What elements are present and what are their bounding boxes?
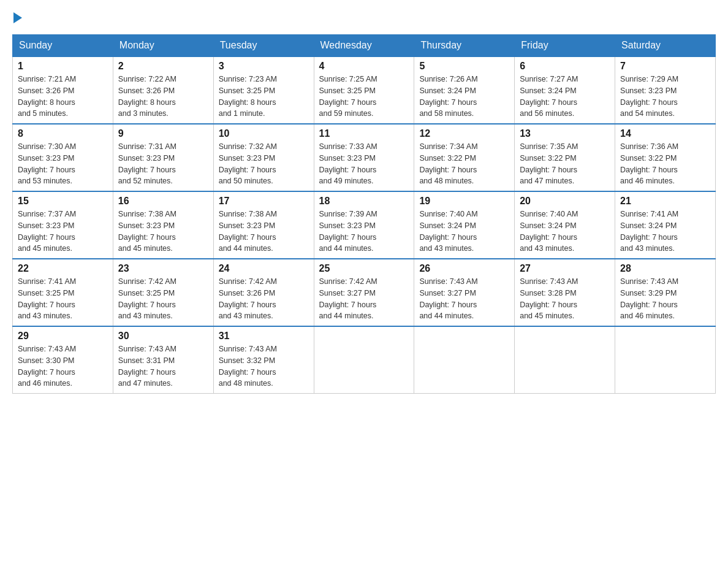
day-number: 16	[118, 196, 208, 207]
day-info: Sunrise: 7:38 AMSunset: 3:23 PMDaylight:…	[118, 209, 208, 255]
day-number: 19	[419, 196, 509, 207]
day-info: Sunrise: 7:30 AMSunset: 3:23 PMDaylight:…	[18, 141, 108, 187]
calendar-cell: 16 Sunrise: 7:38 AMSunset: 3:23 PMDaylig…	[113, 191, 213, 259]
day-number: 6	[520, 61, 610, 72]
calendar-cell: 2 Sunrise: 7:22 AMSunset: 3:26 PMDayligh…	[113, 56, 213, 124]
day-number: 18	[319, 196, 409, 207]
day-number: 21	[620, 196, 710, 207]
calendar-cell: 20 Sunrise: 7:40 AMSunset: 3:24 PMDaylig…	[515, 191, 615, 259]
calendar-cell: 19 Sunrise: 7:40 AMSunset: 3:24 PMDaylig…	[414, 191, 515, 259]
calendar-cell	[314, 326, 414, 394]
day-info: Sunrise: 7:40 AMSunset: 3:24 PMDaylight:…	[520, 209, 610, 255]
day-number: 13	[520, 128, 610, 139]
day-info: Sunrise: 7:32 AMSunset: 3:23 PMDaylight:…	[219, 141, 309, 187]
day-number: 31	[219, 331, 309, 342]
calendar-cell	[414, 326, 515, 394]
calendar-cell: 9 Sunrise: 7:31 AMSunset: 3:23 PMDayligh…	[113, 124, 213, 191]
calendar-cell: 6 Sunrise: 7:27 AMSunset: 3:24 PMDayligh…	[515, 56, 615, 124]
day-number: 27	[520, 263, 610, 274]
day-number: 24	[219, 263, 309, 274]
day-info: Sunrise: 7:39 AMSunset: 3:23 PMDaylight:…	[319, 209, 409, 255]
header-monday: Monday	[113, 35, 213, 57]
day-info: Sunrise: 7:42 AMSunset: 3:27 PMDaylight:…	[319, 276, 409, 322]
day-number: 11	[319, 128, 409, 139]
day-number: 23	[118, 263, 208, 274]
calendar-cell: 28 Sunrise: 7:43 AMSunset: 3:29 PMDaylig…	[615, 259, 716, 326]
day-number: 15	[18, 196, 108, 207]
day-info: Sunrise: 7:43 AMSunset: 3:29 PMDaylight:…	[620, 276, 710, 322]
day-number: 14	[620, 128, 710, 139]
day-info: Sunrise: 7:26 AMSunset: 3:24 PMDaylight:…	[419, 74, 509, 120]
day-number: 7	[620, 61, 710, 72]
logo-arrow-icon	[13, 12, 22, 23]
calendar-cell	[615, 326, 716, 394]
calendar-cell: 8 Sunrise: 7:30 AMSunset: 3:23 PMDayligh…	[13, 124, 113, 191]
calendar-week-row: 1 Sunrise: 7:21 AMSunset: 3:26 PMDayligh…	[13, 56, 716, 124]
calendar-cell: 1 Sunrise: 7:21 AMSunset: 3:26 PMDayligh…	[13, 56, 113, 124]
calendar-week-row: 29 Sunrise: 7:43 AMSunset: 3:30 PMDaylig…	[13, 326, 716, 394]
calendar-cell: 23 Sunrise: 7:42 AMSunset: 3:25 PMDaylig…	[113, 259, 213, 326]
day-info: Sunrise: 7:36 AMSunset: 3:22 PMDaylight:…	[620, 141, 710, 187]
day-number: 28	[620, 263, 710, 274]
day-number: 1	[18, 61, 108, 72]
calendar-cell: 27 Sunrise: 7:43 AMSunset: 3:28 PMDaylig…	[515, 259, 615, 326]
calendar-cell: 22 Sunrise: 7:41 AMSunset: 3:25 PMDaylig…	[13, 259, 113, 326]
calendar-cell: 18 Sunrise: 7:39 AMSunset: 3:23 PMDaylig…	[314, 191, 414, 259]
calendar-cell: 3 Sunrise: 7:23 AMSunset: 3:25 PMDayligh…	[213, 56, 314, 124]
calendar-week-row: 8 Sunrise: 7:30 AMSunset: 3:23 PMDayligh…	[13, 124, 716, 191]
day-number: 30	[118, 331, 208, 342]
calendar-cell: 4 Sunrise: 7:25 AMSunset: 3:25 PMDayligh…	[314, 56, 414, 124]
calendar-cell: 5 Sunrise: 7:26 AMSunset: 3:24 PMDayligh…	[414, 56, 515, 124]
day-info: Sunrise: 7:42 AMSunset: 3:26 PMDaylight:…	[219, 276, 309, 322]
day-info: Sunrise: 7:35 AMSunset: 3:22 PMDaylight:…	[520, 141, 610, 187]
calendar-cell: 14 Sunrise: 7:36 AMSunset: 3:22 PMDaylig…	[615, 124, 716, 191]
day-info: Sunrise: 7:23 AMSunset: 3:25 PMDaylight:…	[219, 74, 309, 120]
calendar-cell: 15 Sunrise: 7:37 AMSunset: 3:23 PMDaylig…	[13, 191, 113, 259]
header-friday: Friday	[515, 35, 615, 57]
day-number: 8	[18, 128, 108, 139]
calendar-cell: 26 Sunrise: 7:43 AMSunset: 3:27 PMDaylig…	[414, 259, 515, 326]
calendar-table: Sunday Monday Tuesday Wednesday Thursday…	[12, 34, 716, 394]
day-number: 10	[219, 128, 309, 139]
calendar-cell: 7 Sunrise: 7:29 AMSunset: 3:23 PMDayligh…	[615, 56, 716, 124]
day-info: Sunrise: 7:33 AMSunset: 3:23 PMDaylight:…	[319, 141, 409, 187]
calendar-cell: 29 Sunrise: 7:43 AMSunset: 3:30 PMDaylig…	[13, 326, 113, 394]
day-info: Sunrise: 7:25 AMSunset: 3:25 PMDaylight:…	[319, 74, 409, 120]
day-info: Sunrise: 7:21 AMSunset: 3:26 PMDaylight:…	[18, 74, 108, 120]
header-saturday: Saturday	[615, 35, 716, 57]
header-wednesday: Wednesday	[314, 35, 414, 57]
day-info: Sunrise: 7:31 AMSunset: 3:23 PMDaylight:…	[118, 141, 208, 187]
day-info: Sunrise: 7:43 AMSunset: 3:32 PMDaylight:…	[219, 343, 309, 389]
day-info: Sunrise: 7:43 AMSunset: 3:28 PMDaylight:…	[520, 276, 610, 322]
day-number: 5	[419, 61, 509, 72]
calendar-cell: 13 Sunrise: 7:35 AMSunset: 3:22 PMDaylig…	[515, 124, 615, 191]
day-info: Sunrise: 7:22 AMSunset: 3:26 PMDaylight:…	[118, 74, 208, 120]
calendar-week-row: 22 Sunrise: 7:41 AMSunset: 3:25 PMDaylig…	[13, 259, 716, 326]
calendar-week-row: 15 Sunrise: 7:37 AMSunset: 3:23 PMDaylig…	[13, 191, 716, 259]
page-header	[12, 12, 716, 23]
calendar-cell: 21 Sunrise: 7:41 AMSunset: 3:24 PMDaylig…	[615, 191, 716, 259]
calendar-cell: 12 Sunrise: 7:34 AMSunset: 3:22 PMDaylig…	[414, 124, 515, 191]
day-number: 22	[18, 263, 108, 274]
day-number: 9	[118, 128, 208, 139]
day-info: Sunrise: 7:34 AMSunset: 3:22 PMDaylight:…	[419, 141, 509, 187]
day-number: 26	[419, 263, 509, 274]
logo	[12, 12, 23, 23]
day-info: Sunrise: 7:42 AMSunset: 3:25 PMDaylight:…	[118, 276, 208, 322]
day-number: 3	[219, 61, 309, 72]
calendar-cell: 24 Sunrise: 7:42 AMSunset: 3:26 PMDaylig…	[213, 259, 314, 326]
day-number: 29	[18, 331, 108, 342]
day-info: Sunrise: 7:43 AMSunset: 3:31 PMDaylight:…	[118, 343, 208, 389]
day-number: 25	[319, 263, 409, 274]
day-info: Sunrise: 7:27 AMSunset: 3:24 PMDaylight:…	[520, 74, 610, 120]
calendar-cell: 30 Sunrise: 7:43 AMSunset: 3:31 PMDaylig…	[113, 326, 213, 394]
day-info: Sunrise: 7:43 AMSunset: 3:30 PMDaylight:…	[18, 343, 108, 389]
day-number: 4	[319, 61, 409, 72]
day-info: Sunrise: 7:29 AMSunset: 3:23 PMDaylight:…	[620, 74, 710, 120]
calendar-cell: 10 Sunrise: 7:32 AMSunset: 3:23 PMDaylig…	[213, 124, 314, 191]
weekday-header-row: Sunday Monday Tuesday Wednesday Thursday…	[13, 35, 716, 57]
calendar-cell: 11 Sunrise: 7:33 AMSunset: 3:23 PMDaylig…	[314, 124, 414, 191]
day-number: 20	[520, 196, 610, 207]
header-tuesday: Tuesday	[213, 35, 314, 57]
calendar-cell	[515, 326, 615, 394]
